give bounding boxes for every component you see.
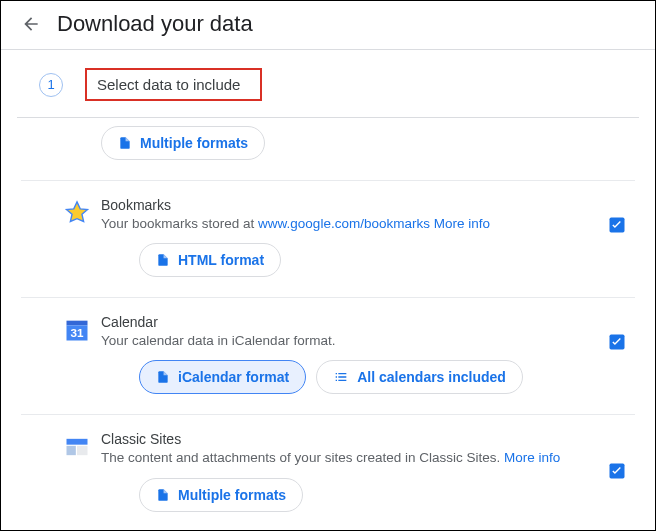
step-title: Select data to include (97, 76, 240, 93)
divider (21, 414, 635, 415)
classic-sites-item: Classic Sites The content and attachment… (1, 421, 655, 525)
page-title: Download your data (57, 11, 253, 37)
more-info-link[interactable]: More info (434, 216, 490, 231)
file-icon (118, 136, 132, 150)
svg-text:31: 31 (71, 326, 84, 339)
list-icon (333, 369, 349, 385)
step-title-highlight: Select data to include (85, 68, 262, 101)
item-desc: Your bookmarks stored at www.google.com/… (101, 215, 591, 233)
step-row: 1 Select data to include (1, 50, 655, 117)
item-title: Calendar (101, 314, 591, 330)
divider (21, 297, 635, 298)
bookmarks-link[interactable]: www.google.com/bookmarks (258, 216, 430, 231)
calendars-chip[interactable]: All calendars included (316, 360, 523, 394)
include-checkbox[interactable] (607, 461, 627, 485)
file-icon (156, 370, 170, 384)
bookmarks-item: Bookmarks Your bookmarks stored at www.g… (1, 187, 655, 291)
format-chip[interactable]: Multiple formats (101, 126, 265, 160)
item-title: Classic Sites (101, 431, 591, 447)
svg-rect-7 (77, 446, 88, 455)
svg-rect-1 (67, 321, 88, 326)
chip-label: All calendars included (357, 369, 506, 385)
svg-rect-6 (67, 446, 76, 455)
chip-label: Multiple formats (140, 135, 248, 151)
chip-label: HTML format (178, 252, 264, 268)
item-desc: Your calendar data in iCalendar format. (101, 332, 591, 350)
file-icon (156, 488, 170, 502)
include-checkbox[interactable] (607, 332, 627, 356)
item-title: Bookmarks (101, 197, 591, 213)
step-number-badge: 1 (39, 73, 63, 97)
format-chip[interactable]: iCalendar format (139, 360, 306, 394)
svg-rect-5 (67, 439, 88, 445)
format-chip[interactable]: HTML format (139, 243, 281, 277)
back-button[interactable] (21, 14, 57, 34)
divider (21, 180, 635, 181)
arrow-back-icon (21, 14, 41, 34)
calendar-item: 31 Calendar Your calendar data in iCalen… (1, 304, 655, 408)
header: Download your data (1, 1, 655, 50)
sites-icon (63, 433, 91, 465)
format-chip[interactable]: Multiple formats (139, 478, 303, 512)
item-desc: The content and attachments of your site… (101, 449, 591, 467)
chip-label: iCalendar format (178, 369, 289, 385)
calendar-icon: 31 (63, 316, 91, 348)
more-info-link[interactable]: More info (504, 450, 560, 465)
chip-label: Multiple formats (178, 487, 286, 503)
file-icon (156, 253, 170, 267)
include-checkbox[interactable] (607, 215, 627, 239)
star-icon (63, 199, 91, 231)
